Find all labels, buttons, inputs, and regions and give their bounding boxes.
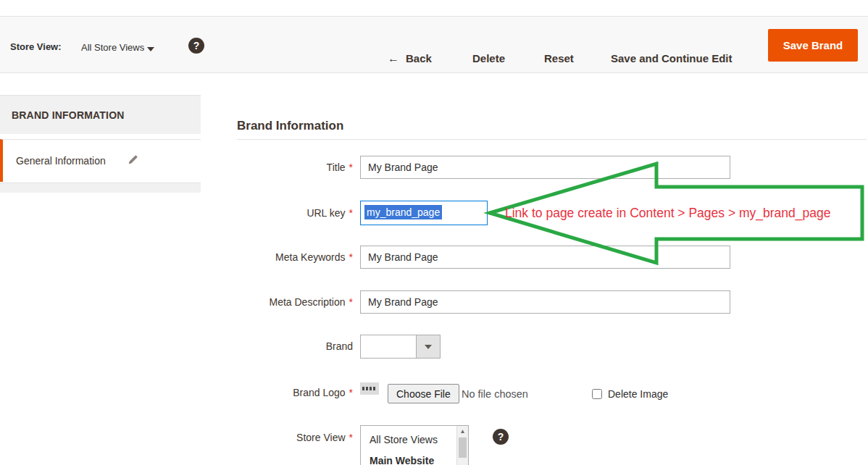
meta-keywords-input[interactable] [360,246,730,269]
required-asterisk: * [349,387,353,398]
store-view-multiselect[interactable]: All Store Views Main Website ▲ [360,425,469,465]
reset-button[interactable]: Reset [544,52,574,64]
sidebar-section-title: BRAND INFORMATION [0,95,201,134]
required-asterisk: * [349,162,353,173]
url-key-selected-text: my_brand_page [364,205,442,219]
store-view-option-main-website[interactable]: Main Website [361,455,468,465]
sidebar-item-label: General Information [16,155,106,167]
back-button-label: Back [406,52,432,64]
brand-select-button[interactable] [416,335,440,358]
section-divider [237,139,867,140]
brand-select[interactable] [360,335,441,359]
delete-image-label: Delete Image [608,388,668,400]
delete-button[interactable]: Delete [472,52,505,64]
brand-field-label: Brand [237,340,353,352]
title-input[interactable] [360,156,730,179]
choose-file-button[interactable]: Choose File [388,384,459,403]
store-view-option-all[interactable]: All Store Views [361,434,468,445]
required-asterisk: * [349,207,353,219]
sidebar-item-general-information[interactable]: General Information [0,139,201,182]
required-asterisk: * [349,432,353,443]
required-asterisk: * [349,251,353,263]
annotation-text: Link to page create in Content > Pages >… [505,206,830,221]
save-and-continue-button[interactable]: Save and Continue Edit [611,52,733,64]
brand-logo-thumbnail [360,382,379,395]
back-button[interactable]: ←Back [388,52,432,65]
save-brand-button[interactable]: Save Brand [768,29,858,62]
url-key-input[interactable]: my_brand_page [360,201,488,225]
edit-pencil-icon [128,154,138,168]
title-field-label: Title* [237,162,353,173]
file-status-text: No file chosen [462,388,528,400]
header-action-bar: Store View: All Store Views ? ←Back Dele… [0,16,868,73]
meta-keywords-field-label: Meta Keywords* [237,251,353,263]
store-view-help-icon[interactable]: ? [493,429,509,445]
multiselect-scrollbar[interactable]: ▲ [456,426,468,465]
scroll-up-icon[interactable]: ▲ [457,426,468,437]
brand-logo-field-label: Brand Logo* [237,387,353,398]
meta-description-field-label: Meta Description* [237,296,353,308]
delete-image-checkbox[interactable] [592,389,602,399]
url-key-field-label: URL key* [237,207,353,219]
scrollbar-thumb[interactable] [459,437,467,458]
meta-description-input[interactable] [360,290,730,314]
store-view-field-label: Store View* [237,432,353,443]
chevron-down-icon[interactable] [147,47,154,51]
store-view-switcher-value[interactable]: All Store Views [81,42,144,53]
chevron-down-icon [425,345,432,349]
page-title: Brand Information [237,119,343,133]
sidebar-divider-strip [0,183,201,193]
required-asterisk: * [349,296,353,308]
back-arrow-icon: ← [388,52,399,64]
store-view-switcher-label: Store View: [10,41,62,52]
help-icon[interactable]: ? [188,38,204,54]
